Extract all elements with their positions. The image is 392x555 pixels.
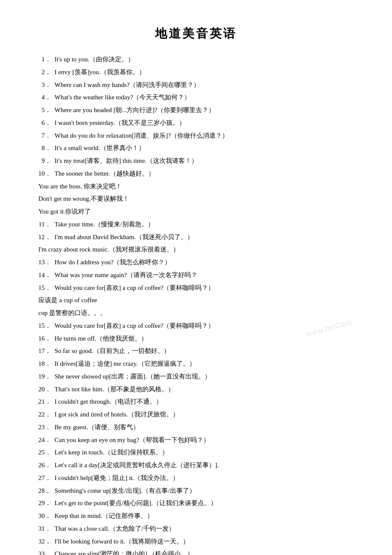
list-item: 14．What was your name again?（请再说一次名字好吗？ (34, 269, 358, 281)
list-item: 1．It's up to you.（由你决定。） (34, 54, 358, 66)
list-item: 5．Where are you headed [朝...方向行进]?（你要到哪里… (34, 104, 358, 116)
item-text: She never showed up[出席；露面].（她一直没有出现。） (55, 371, 358, 383)
list-item: 18．It drives[逼迫；迫使] me crazy.（它把握逼疯了。） (34, 358, 358, 370)
list-item: 30．Keep that in mind.（记住那件事。） (34, 510, 358, 522)
list-item: 16．He turns me off.（他使我厌烦。） (34, 333, 358, 345)
item-number: 19． (38, 371, 55, 383)
item-text: cop 是警察的口语。。。 (38, 309, 107, 316)
item-text: I wasn't born yesterday.（我又不是三岁小孩。） (55, 117, 358, 129)
item-text: Let's get to the point[要点/核心问题].（让我们来谈要点… (55, 497, 358, 509)
item-text: I got sick and tired of hotels.（我讨厌旅馆。） (55, 409, 358, 421)
list-item: 22．I got sick and tired of hotels.（我讨厌旅馆… (34, 409, 358, 421)
item-number: 18． (38, 358, 55, 370)
list-item: cop 是警察的口语。。。 (34, 307, 358, 319)
item-text: Where can I wash my hands?（请问洗手间在哪里？） (55, 79, 358, 91)
item-number: 15． (38, 320, 55, 332)
list-item: You are the boss. 你来决定吧！ (34, 181, 358, 193)
item-text: Where are you headed [朝...方向行进]?（你要到哪里去？… (55, 104, 358, 116)
item-text: You got it.你说对了 (38, 208, 91, 215)
list-item: 9．It's my treat[请客、款待] this time.（这次我请客！… (34, 155, 358, 167)
item-text: Don't get me wrong.不要误解我！ (38, 195, 129, 202)
item-number: 15． (38, 282, 55, 294)
page-title: 地道美音英语 (34, 26, 358, 42)
item-number: 7． (38, 130, 55, 142)
item-number: 11． (38, 219, 55, 231)
item-number: 14． (38, 269, 55, 281)
item-text: How do I address you?（我怎么称呼你？） (55, 257, 358, 269)
item-text: Chances are slim[渺茫的；微小的].（机会很小。） (55, 548, 358, 555)
list-item: 17．So far so good.（目前为止，一切都好。） (34, 345, 358, 357)
list-item: 15．Would you care for[喜欢] a cup of coffe… (34, 320, 358, 332)
item-number: 31． (38, 523, 55, 535)
item-text: So far so good.（目前为止，一切都好。） (55, 345, 358, 357)
item-number: 33． (38, 548, 55, 555)
list-item: 29．Let's get to the point[要点/核心问题].（让我们来… (34, 497, 358, 509)
item-number: 28． (38, 485, 55, 497)
item-text: Take your time.（慢慢来/别着急。） (55, 219, 358, 231)
list-item: Don't get me wrong.不要误解我！ (34, 193, 358, 205)
item-text: Let's keep in touch.（让我们保持联系。） (55, 447, 358, 459)
item-text: I envy [羡慕]you.（我羡慕你。） (55, 66, 358, 78)
item-number: 20． (38, 384, 55, 396)
list-item: 7．What do you do for relaxation[消遣、娱乐]?（… (34, 130, 358, 142)
list-item: 33．Chances are slim[渺茫的；微小的].（机会很小。） (34, 548, 358, 555)
list-item: 3．Where can I wash my hands?（请问洗手间在哪里？） (34, 79, 358, 91)
list-item: 31．That was a close call.（太危险了/千钧一发） (34, 523, 358, 535)
item-text: It's a small world.（世界真小！） (55, 142, 358, 154)
item-number: 10． (38, 168, 55, 180)
item-number: 12． (38, 231, 55, 243)
list-item: 8．It's a small world.（世界真小！） (34, 142, 358, 154)
list-item: 11．Take your time.（慢慢来/别着急。） (34, 219, 358, 231)
item-text: 应该是 a cup of coffee (38, 297, 97, 304)
list-item: 25．Let's keep in touch.（让我们保持联系。） (34, 447, 358, 459)
item-number: 9． (38, 155, 55, 167)
item-text: Keep that in mind.（记住那件事。） (55, 510, 358, 522)
item-number: 26． (38, 460, 55, 471)
item-text: It's up to you.（由你决定。） (55, 54, 358, 66)
item-text: What do you do for relaxation[消遣、娱乐]?（你做… (55, 130, 358, 142)
item-text: The sooner the better.（越快越好。） (55, 168, 358, 180)
item-text: Would you care for[喜欢] a cup of coffee?（… (55, 282, 358, 294)
item-number: 27． (38, 472, 55, 484)
item-text: It's my treat[请客、款待] this time.（这次我请客！） (55, 155, 358, 167)
list-item: 19．She never showed up[出席；露面].（她一直没有出现。） (34, 371, 358, 383)
item-number: 6． (38, 117, 55, 129)
list-item: You got it.你说对了 (34, 206, 358, 218)
list-item: 12．I'm mad about David Beckham.（我迷死小贝了。） (34, 231, 358, 243)
item-text: Can you keep an eye on my bag?（帮我看一下包好吗？… (55, 434, 358, 446)
list-item: 21．I couldn't get through.（电话打不通。） (34, 396, 358, 408)
item-text: It drives[逼迫；迫使] me crazy.（它把握逼疯了。） (55, 358, 358, 370)
list-item: 13．How do I address you?（我怎么称呼你？） (34, 257, 358, 269)
item-text: Let's call it a day[决定或同意暂时或永久停止（进行某事）]. (55, 460, 358, 471)
list-item: 26．Let's call it a day[决定或同意暂时或永久停止（进行某事… (34, 460, 358, 471)
item-text: I'm crazy about rock music.（我对摇滚乐很着迷。） (38, 246, 179, 253)
item-text: You are the boss. 你来决定吧！ (38, 183, 122, 190)
item-number: 21． (38, 396, 55, 408)
list-item: 27．I couldn't help[避免；阻止] it.（我没办法。） (34, 472, 358, 484)
item-number: 5． (38, 104, 55, 116)
item-text: That's not like him.（那不象是他的风格。） (55, 384, 358, 396)
list-item: 24．Can you keep an eye on my bag?（帮我看一下包… (34, 434, 358, 446)
item-text: He turns me off.（他使我厌烦。） (55, 333, 358, 345)
item-number: 23． (38, 422, 55, 434)
item-number: 22． (38, 409, 55, 421)
item-text: That was a close call.（太危险了/千钧一发） (55, 523, 358, 535)
item-text: What was your name again?（请再说一次名字好吗？ (55, 269, 358, 281)
item-number: 4． (38, 92, 55, 104)
list-item: 2．I envy [羡慕]you.（我羡慕你。） (34, 66, 358, 78)
list-item: 10．The sooner the better.（越快越好。） (34, 168, 358, 180)
item-text: Be my guest.（请便、别客气） (55, 422, 358, 434)
list-item: I'm crazy about rock music.（我对摇滚乐很着迷。） (34, 244, 358, 256)
list-item: 20．That's not like him.（那不象是他的风格。） (34, 384, 358, 396)
item-number: 24． (38, 434, 55, 446)
item-number: 32． (38, 536, 55, 548)
item-number: 13． (38, 257, 55, 269)
item-number: 2． (38, 66, 55, 78)
list-item: 6．I wasn't born yesterday.（我又不是三岁小孩。） (34, 117, 358, 129)
list-item: 4．What's the weather like today?（今天天气如何？… (34, 92, 358, 104)
item-number: 29． (38, 497, 55, 509)
list-item: 23．Be my guest.（请便、别客气） (34, 422, 358, 434)
item-number: 1． (38, 54, 55, 66)
content-area: 1．It's up to you.（由你决定。）2．I envy [羡慕]you… (34, 54, 358, 555)
item-text: What's the weather like today?（今天天气如何？） (55, 92, 358, 104)
